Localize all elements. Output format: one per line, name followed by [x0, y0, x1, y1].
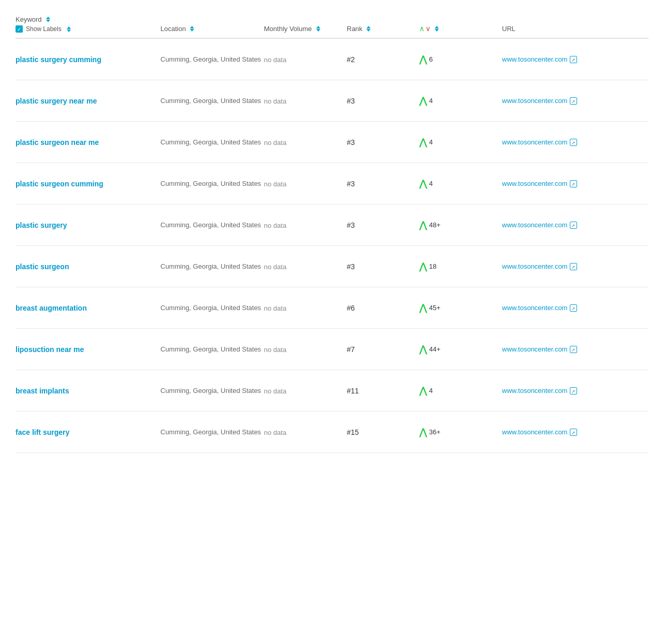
rank-sort-icon[interactable]: [366, 26, 371, 32]
keyword-link[interactable]: plastic surgeon: [16, 262, 69, 271]
url-link[interactable]: www.tosoncenter.com ➚: [502, 55, 648, 63]
url-link[interactable]: www.tosoncenter.com ➚: [502, 221, 648, 229]
row-url-cell: www.tosoncenter.com ➚: [502, 138, 648, 146]
url-link[interactable]: www.tosoncenter.com ➚: [502, 97, 648, 105]
trend-arrow-icon: ⋀: [419, 178, 427, 189]
rank-header-label: Rank: [347, 25, 362, 33]
rank-text: #6: [347, 304, 355, 312]
row-location-cell: Cumming, Georgia, United States: [160, 54, 264, 65]
row-rank-cell: #7: [347, 345, 419, 354]
row-location-cell: Cumming, Georgia, United States: [160, 179, 264, 189]
url-link[interactable]: www.tosoncenter.com ➚: [502, 180, 648, 187]
volume-header-label: Monthly Volume: [264, 25, 312, 33]
trend-arrow-icon: ⋀: [419, 427, 427, 438]
row-keyword-cell: plastic surgeon cumming: [16, 180, 160, 188]
trend-value: 44+: [429, 345, 440, 353]
keyword-link[interactable]: plastic surgery near me: [16, 97, 97, 105]
url-link[interactable]: www.tosoncenter.com ➚: [502, 262, 648, 270]
row-volume-cell: no data: [264, 428, 347, 436]
volume-text: no data: [264, 97, 286, 105]
trend-value: 6: [429, 55, 433, 63]
trend-arrow-icon: ⋀: [419, 344, 427, 355]
rank-text: #2: [347, 55, 355, 64]
row-volume-cell: no data: [264, 97, 347, 105]
keyword-link[interactable]: plastic surgeon cumming: [16, 180, 104, 188]
trend-value: 48+: [429, 221, 440, 229]
row-url-cell: www.tosoncenter.com ➚: [502, 304, 648, 312]
row-volume-cell: no data: [264, 345, 347, 354]
trend-value: 4: [429, 97, 433, 105]
show-labels-checkbox[interactable]: ✓: [16, 25, 23, 33]
row-volume-cell: no data: [264, 55, 347, 64]
location-header-label: Location: [160, 25, 186, 33]
rank-text: #3: [347, 262, 355, 271]
trend-arrow-icon: ⋀: [419, 137, 427, 148]
volume-text: no data: [264, 387, 286, 395]
table-row: plastic surgeon cumming Cumming, Georgia…: [16, 163, 648, 204]
external-link-icon: ➚: [570, 97, 577, 105]
table-header: Keyword ✓ Show Labels Loc: [16, 10, 648, 39]
col-rank-header: Rank: [347, 25, 419, 33]
keyword-sort-icon[interactable]: [46, 17, 50, 22]
row-rank-cell: #3: [347, 221, 419, 229]
volume-text: no data: [264, 263, 286, 271]
location-text: Cumming, Georgia, United States: [160, 97, 261, 105]
location-text: Cumming, Georgia, United States: [160, 55, 261, 63]
col-keyword-header: Keyword ✓ Show Labels: [16, 16, 160, 33]
keyword-link[interactable]: breast implants: [16, 387, 69, 395]
row-keyword-cell: plastic surgery near me: [16, 97, 160, 105]
row-trend-cell: ⋀ 4: [419, 137, 502, 148]
trend-arrow-icon: ⋀: [419, 54, 427, 65]
external-link-icon: ➚: [570, 180, 577, 187]
url-link[interactable]: www.tosoncenter.com ➚: [502, 304, 648, 312]
keyword-link[interactable]: face lift surgery: [16, 428, 69, 436]
row-trend-cell: ⋀ 48+: [419, 219, 502, 231]
volume-text: no data: [264, 180, 286, 188]
row-keyword-cell: plastic surgeon near me: [16, 138, 160, 147]
table-row: plastic surgery near me Cumming, Georgia…: [16, 80, 648, 122]
volume-text: no data: [264, 139, 286, 147]
rank-text: #11: [347, 387, 359, 395]
row-rank-cell: #2: [347, 55, 419, 64]
row-url-cell: www.tosoncenter.com ➚: [502, 428, 648, 436]
keyword-link[interactable]: breast augmentation: [16, 304, 87, 312]
keyword-link[interactable]: plastic surgeon near me: [16, 138, 99, 147]
table-row: plastic surgery cumming Cumming, Georgia…: [16, 39, 648, 80]
rank-text: #3: [347, 221, 355, 229]
row-trend-cell: ⋀ 45+: [419, 302, 502, 314]
row-keyword-cell: liposuction near me: [16, 345, 160, 354]
row-rank-cell: #3: [347, 138, 419, 147]
trend-value: 36+: [429, 428, 440, 436]
table-row: plastic surgeon Cumming, Georgia, United…: [16, 246, 648, 287]
external-link-icon: ➚: [570, 139, 577, 146]
row-url-cell: www.tosoncenter.com ➚: [502, 55, 648, 63]
keyword-link[interactable]: liposuction near me: [16, 345, 84, 354]
row-trend-cell: ⋀ 18: [419, 261, 502, 272]
table-row: breast augmentation Cumming, Georgia, Un…: [16, 287, 648, 329]
volume-sort-icon[interactable]: [316, 26, 320, 32]
location-text: Cumming, Georgia, United States: [160, 345, 261, 353]
row-volume-cell: no data: [264, 387, 347, 395]
url-header-label: URL: [502, 25, 515, 33]
row-location-cell: Cumming, Georgia, United States: [160, 427, 264, 437]
keyword-link[interactable]: plastic surgery: [16, 221, 67, 229]
row-url-cell: www.tosoncenter.com ➚: [502, 221, 648, 229]
url-link[interactable]: www.tosoncenter.com ➚: [502, 345, 648, 353]
trend-down-header-icon: ∨: [425, 24, 431, 33]
trend-value: 4: [429, 138, 433, 146]
row-trend-cell: ⋀ 6: [419, 54, 502, 65]
show-labels-sort-icon[interactable]: [67, 26, 71, 32]
table-row: plastic surgery Cumming, Georgia, United…: [16, 204, 648, 246]
rank-text: #3: [347, 138, 355, 147]
keyword-link[interactable]: plastic surgery cumming: [16, 55, 101, 64]
rank-text: #3: [347, 180, 355, 188]
volume-text: no data: [264, 304, 286, 312]
url-link[interactable]: www.tosoncenter.com ➚: [502, 138, 648, 146]
url-link[interactable]: www.tosoncenter.com ➚: [502, 387, 648, 394]
location-sort-icon[interactable]: [190, 26, 194, 32]
volume-text: no data: [264, 346, 286, 354]
url-link[interactable]: www.tosoncenter.com ➚: [502, 428, 648, 436]
trend-arrow-icon: ⋀: [419, 95, 427, 107]
trend-sort-icon[interactable]: [435, 26, 439, 32]
rank-text: #7: [347, 345, 355, 354]
